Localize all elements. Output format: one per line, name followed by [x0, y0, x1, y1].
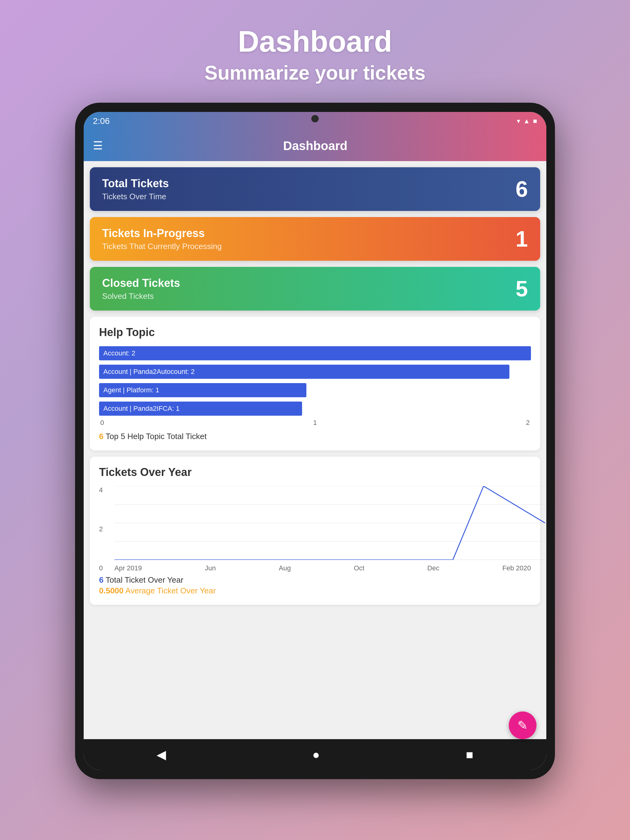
avg-ticket-line: 0.5000 Average Ticket Over Year — [99, 586, 531, 595]
bottom-nav: ◀ ● ■ — [84, 739, 546, 770]
bar-panda2ifca: Account | Panda2IFCA: 1 — [99, 401, 302, 416]
y-2: 2 — [99, 525, 111, 533]
tickets-over-year-title: Tickets Over Year — [99, 466, 531, 479]
x-jun: Jun — [205, 564, 216, 572]
help-topic-panel: Help Topic Account: 2 Account | Panda2Au… — [90, 317, 540, 450]
app-bar: ☰ Dashboard — [84, 130, 546, 161]
closed-tickets-info: Closed Tickets Solved Tickets — [102, 277, 180, 301]
edit-icon: ✎ — [518, 718, 528, 733]
chart-x-axis: 0 1 2 — [99, 419, 531, 427]
help-topic-footer: 6 Top 5 Help Topic Total Ticket — [99, 432, 531, 441]
help-topic-count: 6 — [99, 432, 103, 441]
back-button[interactable]: ◀ — [157, 747, 166, 762]
page-title: Dashboard — [238, 25, 392, 58]
total-value: 6 — [99, 575, 103, 584]
inprogress-tickets-info: Tickets In-Progress Tickets That Current… — [102, 227, 222, 251]
total-label: Total Ticket Over Year — [106, 575, 184, 584]
chart-footer2: 6 Total Ticket Over Year 0.5000 Average … — [99, 575, 531, 595]
bar-row-1: Account: 2 — [99, 346, 531, 360]
y-4: 4 — [99, 486, 111, 494]
recent-button[interactable]: ■ — [466, 748, 473, 762]
inprogress-tickets-subtitle: Tickets That Currently Processing — [102, 242, 222, 251]
tablet-camera — [311, 115, 319, 122]
inprogress-tickets-title: Tickets In-Progress — [102, 227, 222, 240]
total-tickets-info: Total Tickets Tickets Over Time — [102, 177, 169, 201]
tablet-frame: 2:06 ▾ ▲ ■ ☰ Dashboard Total Tickets Tic… — [75, 103, 555, 779]
x-apr2019: Apr 2019 — [114, 564, 142, 572]
total-tickets-subtitle: Tickets Over Time — [102, 192, 169, 201]
closed-tickets-subtitle: Solved Tickets — [102, 292, 180, 301]
x-feb2020: Feb 2020 — [502, 564, 531, 572]
tablet-notch — [284, 103, 346, 110]
hamburger-icon[interactable]: ☰ — [93, 139, 103, 152]
tablet-screen: 2:06 ▾ ▲ ■ ☰ Dashboard Total Tickets Tic… — [84, 112, 546, 770]
bar-row-4: Account | Panda2IFCA: 1 — [99, 401, 531, 416]
bar-panda2autocount: Account | Panda2Autocount: 2 — [99, 365, 510, 379]
closed-tickets-card[interactable]: Closed Tickets Solved Tickets 5 — [90, 267, 540, 311]
total-ticket-line: 6 Total Ticket Over Year — [99, 575, 531, 585]
x-axis: Apr 2019 Jun Aug Oct Dec Feb 2020 — [114, 564, 531, 572]
signal-icon: ▲ — [523, 117, 530, 125]
app-bar-title: Dashboard — [112, 139, 519, 153]
bar-agent-platform: Agent | Platform: 1 — [99, 383, 306, 397]
battery-icon: ■ — [533, 117, 537, 125]
axis-2: 2 — [526, 419, 530, 427]
axis-1: 1 — [313, 419, 317, 427]
inprogress-tickets-value: 1 — [516, 226, 528, 251]
x-oct: Oct — [354, 564, 364, 572]
status-icons: ▾ ▲ ■ — [517, 117, 537, 125]
bar-account-2: Account: 2 — [99, 346, 531, 360]
help-topic-title: Help Topic — [99, 326, 531, 339]
line-chart-svg — [114, 486, 545, 560]
y-0: 0 — [99, 564, 111, 572]
total-tickets-value: 6 — [516, 177, 528, 202]
wifi-icon: ▾ — [517, 117, 520, 125]
help-topic-footer-text: Top 5 Help Topic Total Ticket — [106, 432, 207, 441]
avg-value: 0.5000 — [99, 586, 123, 595]
fab-button[interactable]: ✎ — [509, 712, 537, 739]
total-tickets-title: Total Tickets — [102, 177, 169, 190]
x-dec: Dec — [427, 564, 439, 572]
axis-0: 0 — [100, 419, 104, 427]
closed-tickets-value: 5 — [516, 276, 528, 301]
y-axis: 4 2 0 — [99, 486, 111, 572]
line-chart-container: 4 2 0 — [99, 486, 531, 572]
status-time: 2:06 — [93, 116, 110, 126]
content-area: Total Tickets Tickets Over Time 6 Ticket… — [84, 161, 546, 739]
bar-row-2: Account | Panda2Autocount: 2 — [99, 365, 531, 379]
home-button[interactable]: ● — [312, 748, 320, 762]
x-aug: Aug — [279, 564, 291, 572]
inprogress-tickets-card[interactable]: Tickets In-Progress Tickets That Current… — [90, 217, 540, 261]
page-subtitle: Summarize your tickets — [204, 62, 426, 84]
tickets-over-year-panel: Tickets Over Year 4 2 0 — [90, 456, 540, 605]
total-tickets-card[interactable]: Total Tickets Tickets Over Time 6 — [90, 167, 540, 211]
bar-row-3: Agent | Platform: 1 — [99, 383, 531, 397]
avg-label: Average Ticket Over Year — [125, 586, 216, 595]
bar-chart: Account: 2 Account | Panda2Autocount: 2 … — [99, 346, 531, 416]
closed-tickets-title: Closed Tickets — [102, 277, 180, 290]
